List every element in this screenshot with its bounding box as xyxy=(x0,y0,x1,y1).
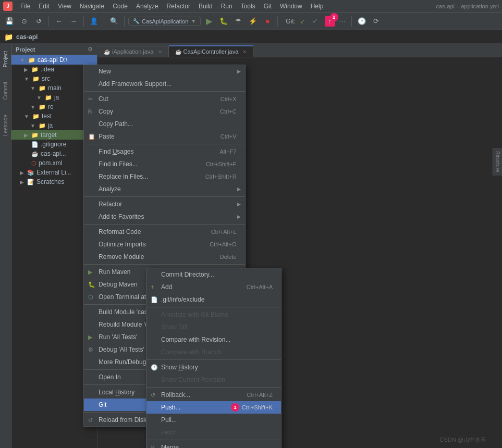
git-more-btn[interactable]: ⋯ xyxy=(337,16,348,27)
ctx-remove-module[interactable]: Remove Module Delete xyxy=(84,251,245,263)
ctx-sep-2 xyxy=(84,144,245,144)
run-btn[interactable]: ▶ xyxy=(203,15,215,28)
ctx-git-label: Git xyxy=(99,401,106,408)
toolbar-save-btn[interactable]: 💾 xyxy=(3,15,16,28)
history-btn[interactable]: 🕐 xyxy=(356,15,368,28)
tab-close-casapicontroller[interactable]: ✕ xyxy=(242,49,247,55)
git-commit-dir[interactable]: Commit Directory... xyxy=(146,268,281,281)
menu-navigate[interactable]: Navigate xyxy=(76,2,108,11)
toolbar-sep-5 xyxy=(277,16,278,27)
tab-iapplication[interactable]: ☕ iApplication.java ✕ xyxy=(97,46,169,57)
tree-label-java-main: ja xyxy=(54,94,59,101)
git-pull[interactable]: Pull... xyxy=(146,414,281,426)
git-add[interactable]: + Add Ctrl+Alt+A xyxy=(146,281,281,293)
file-icon-gitignore: 📄 xyxy=(31,141,39,148)
ctx-find-usages-label: Find Usages xyxy=(99,148,133,155)
ctx-optimize[interactable]: Optimize Imports Ctrl+Alt+O xyxy=(84,238,245,251)
ctx-reformat-shortcut: Ctrl+Alt+L xyxy=(211,229,237,235)
git-exclude[interactable]: 📄 .git/info/exclude xyxy=(146,293,281,306)
ctx-run-maven-label: Run Maven xyxy=(99,268,130,276)
git-rollback[interactable]: ↺ Rollback... Ctrl+Alt+Z xyxy=(146,389,281,401)
git-history-icon: 🕐 xyxy=(151,364,158,371)
coverage-btn[interactable]: ☂ xyxy=(232,15,244,28)
ctx-cut[interactable]: ✂ Cut Ctrl+X xyxy=(84,93,245,105)
menu-view[interactable]: View xyxy=(54,2,75,11)
sidebar-tab-project[interactable]: Project xyxy=(2,49,9,69)
git-show-history-label: Show History xyxy=(161,364,198,371)
ctx-reload-label: Reload from Disk xyxy=(99,416,146,424)
ctx-replace-files[interactable]: Replace in Files... Ctrl+Shift+R xyxy=(84,170,245,183)
menu-run[interactable]: Run xyxy=(217,2,236,11)
menu-window[interactable]: Window xyxy=(276,2,306,11)
expand-arrow-java-main: ▼ xyxy=(36,95,42,101)
ctx-refactor[interactable]: Refactor xyxy=(84,198,245,210)
ctx-paste[interactable]: 📋 Paste Ctrl+V xyxy=(84,130,245,143)
git-merge[interactable]: ⑂ Merge... xyxy=(146,441,281,448)
menu-tools[interactable]: Tools xyxy=(237,2,259,11)
git-show-history[interactable]: 🕐 Show History xyxy=(146,361,281,374)
ctx-analyze[interactable]: Analyze xyxy=(84,183,245,195)
ctx-debug-maven-label: Debug Maven xyxy=(99,281,138,288)
tab-casapicontroller[interactable]: ☕ CasApiController.java ✕ xyxy=(169,45,254,57)
tree-label-resources: re xyxy=(48,103,54,110)
tree-label-idea: .idea xyxy=(41,66,54,73)
menu-git[interactable]: Git xyxy=(260,2,275,11)
folder-icon-scratches: 📝 xyxy=(27,179,34,185)
ctx-terminal-icon: ⬡ xyxy=(88,294,93,301)
ctx-copy-icon: ⎘ xyxy=(88,108,92,115)
ctx-debug-maven-icon: 🐛 xyxy=(88,281,95,288)
git-push-label: Push... xyxy=(161,404,180,411)
ctx-copy[interactable]: ⎘ Copy Ctrl+C xyxy=(84,105,245,118)
tab-close-iapplication[interactable]: ✕ xyxy=(158,49,162,55)
tab-icon-casapicontroller: ☕ xyxy=(175,49,181,55)
stop-btn[interactable]: ■ xyxy=(261,15,274,28)
ctx-sep-4 xyxy=(84,224,245,225)
git-update-btn[interactable]: ↙ xyxy=(298,16,308,27)
expand-arrow-external: ▶ xyxy=(20,170,24,176)
debug-btn[interactable]: 🐛 xyxy=(217,15,230,28)
menu-build[interactable]: Build xyxy=(195,2,216,11)
ctx-find-usages[interactable]: Find Usages Alt+F7 xyxy=(84,145,245,158)
git-commit-dir-label: Commit Directory... xyxy=(161,271,214,278)
menu-help[interactable]: Help xyxy=(307,2,327,11)
git-check-btn[interactable]: ✓ xyxy=(310,16,321,27)
menu-file[interactable]: File xyxy=(17,2,34,11)
project-folder-icon: 📁 xyxy=(4,33,13,41)
ctx-more-run-label: More Run/Debug xyxy=(99,358,146,366)
ctx-add-framework[interactable]: Add Framework Support... xyxy=(84,78,245,90)
toolbar-save2-btn[interactable]: ⊙ xyxy=(18,15,30,28)
toolbar-search-btn[interactable]: 🔍 xyxy=(108,15,120,28)
ctx-reformat-label: Reformat Code xyxy=(99,228,141,235)
ctx-replace-files-label: Replace in Files... xyxy=(99,173,148,180)
left-sidebar-tabs: Project Commit Leetcode xyxy=(0,44,11,448)
menu-analyze[interactable]: Analyze xyxy=(132,2,162,11)
folder-icon-main: 📁 xyxy=(39,85,46,92)
profile-btn[interactable]: ⚡ xyxy=(247,15,259,28)
toolbar-sep-6 xyxy=(351,16,352,27)
sidebar-tab-leetcode[interactable]: Leetcode xyxy=(2,113,9,138)
ctx-find-files[interactable]: Find in Files... Ctrl+Shift+F xyxy=(84,158,245,170)
ctx-sep-5 xyxy=(84,264,245,265)
git-push[interactable]: ↑ Push... Ctrl+Shift+K 1 xyxy=(146,401,281,414)
git-merge-label: Merge... xyxy=(161,444,184,448)
expand-arrow-src: ▼ xyxy=(24,76,29,82)
sidebar-tab-commit[interactable]: Commit xyxy=(2,80,9,102)
toolbar-user-btn[interactable]: 👤 xyxy=(88,15,100,28)
tree-item-cas-api[interactable]: ▼ 📁 cas-api D:\ xyxy=(11,55,97,65)
toolbar-forward-btn[interactable]: → xyxy=(67,15,80,28)
ctx-copy-path[interactable]: Copy Path... xyxy=(84,118,245,130)
structure-tab[interactable]: Structure xyxy=(493,148,502,176)
git-compare-revision[interactable]: Compare with Revision... xyxy=(146,333,281,346)
ctx-reformat[interactable]: Reformat Code Ctrl+Alt+L xyxy=(84,226,245,238)
ctx-new[interactable]: New xyxy=(84,65,245,78)
file-tree-settings-icon[interactable]: ⚙ xyxy=(88,46,93,53)
toolbar-back-btn[interactable]: ← xyxy=(53,15,65,28)
undo-btn[interactable]: ⟳ xyxy=(370,15,383,28)
project-name: cas-api xyxy=(16,33,38,41)
run-config-selector[interactable]: 🔧 CasApiApplication ▼ xyxy=(128,17,201,26)
toolbar-refresh-btn[interactable]: ↺ xyxy=(32,15,45,28)
menu-code[interactable]: Code xyxy=(109,2,131,11)
menu-refactor[interactable]: Refactor xyxy=(163,2,194,11)
menu-edit[interactable]: Edit xyxy=(35,2,53,11)
ctx-add-favorites[interactable]: Add to Favorites xyxy=(84,210,245,223)
